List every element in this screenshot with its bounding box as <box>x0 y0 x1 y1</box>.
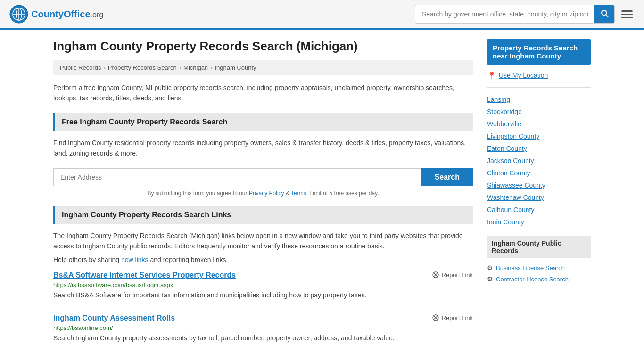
address-search-button[interactable]: Search <box>421 168 473 186</box>
links-help: Help others by sharing new links and rep… <box>53 256 473 263</box>
bsa-software-url: https://is.bsasoftware.com/bsa.is/Login.… <box>53 281 473 288</box>
free-search-description: Find Ingham County residential property … <box>53 138 473 159</box>
sidebar-contractor-license-search[interactable]: ⚙ Contractor License Search <box>487 273 591 285</box>
sidebar-item-stockbridge[interactable]: Stockbridge <box>487 106 591 118</box>
sidebar-item-clinton[interactable]: Clinton County <box>487 167 591 179</box>
logo-area: CountyOffice.org <box>9 5 103 24</box>
sidebar-item-eaton[interactable]: Eaton County <box>487 142 591 155</box>
use-location[interactable]: 📍 Use My Location <box>487 69 591 82</box>
breadcrumb-michigan[interactable]: Michigan <box>183 64 208 71</box>
bsa-software-desc: Search BS&A Software for important tax i… <box>53 290 473 300</box>
free-search-header: Free Ingham County Property Records Sear… <box>53 113 473 131</box>
links-description: The Ingham County Property Records Searc… <box>53 230 473 252</box>
header: CountyOffice.org <box>0 0 644 30</box>
assessment-rolls-desc: Search Ingham County property assessment… <box>53 333 473 343</box>
links-section-header: Ingham County Property Records Search Li… <box>53 206 473 224</box>
page-title: Ingham County Property Records Search (M… <box>53 39 473 54</box>
header-right <box>415 5 635 24</box>
sidebar-item-calhoun[interactable]: Calhoun County <box>487 204 591 216</box>
sidebar-item-livingston[interactable]: Livingston County <box>487 130 591 142</box>
sidebar-item-ionia[interactable]: Ionia County <box>487 216 591 228</box>
report-icon <box>432 271 439 279</box>
address-search-form: Search <box>53 168 473 186</box>
logo-icon <box>9 5 28 24</box>
use-my-location-link[interactable]: Use My Location <box>499 69 548 82</box>
sidebar-nearby-title: Property Records Search near Ingham Coun… <box>487 39 591 65</box>
breadcrumb-ingham-county: Ingham County <box>215 64 256 71</box>
gear-icon-2: ⚙ <box>487 275 493 283</box>
sidebar-item-washtenaw[interactable]: Washtenaw County <box>487 191 591 204</box>
sidebar-item-lansing[interactable]: Lansing <box>487 93 591 106</box>
report-link-0[interactable]: Report Link <box>432 271 473 279</box>
sidebar-business-license-search[interactable]: ⚙ Business License Search <box>487 262 591 273</box>
global-search-bar <box>415 5 615 24</box>
links-section: Ingham County Property Records Search Li… <box>53 206 473 351</box>
sidebar: Property Records Search near Ingham Coun… <box>487 39 591 357</box>
new-links-link[interactable]: new links <box>121 256 149 263</box>
privacy-policy-link[interactable]: Privacy Policy <box>249 190 284 197</box>
gear-icon-1: ⚙ <box>487 264 493 272</box>
menu-icon[interactable] <box>619 8 635 20</box>
bsa-software-link[interactable]: Bs&A Software Internet Services Property… <box>53 271 236 280</box>
sidebar-public-records-section: ⚙ Business License Search ⚙ Contractor L… <box>487 262 591 285</box>
assessment-rolls-link[interactable]: Ingham County Assessment Rolls <box>53 314 175 322</box>
sidebar-item-webberville[interactable]: Webberville <box>487 118 591 130</box>
logo-text: CountyOffice.org <box>31 9 103 20</box>
breadcrumb: Public Records › Property Records Search… <box>53 60 473 75</box>
svg-line-6 <box>606 15 608 16</box>
form-disclaimer: By submitting this form you agree to our… <box>53 190 473 197</box>
free-search-section: Free Ingham County Property Records Sear… <box>53 113 473 197</box>
location-pin-icon: 📍 <box>487 71 496 80</box>
list-item: Ingham County Assessment Rolls Report Li… <box>53 314 473 350</box>
page-description: Perform a free Ingham County, MI public … <box>53 82 473 104</box>
report-icon <box>432 314 439 321</box>
main-container: Ingham County Property Records Search (M… <box>44 30 600 362</box>
breadcrumb-property-records-search[interactable]: Property Records Search <box>108 64 177 71</box>
address-input[interactable] <box>53 168 421 186</box>
sidebar-item-jackson[interactable]: Jackson County <box>487 155 591 167</box>
sidebar-public-records-title: Ingham County Public Records <box>487 236 591 258</box>
content-area: Ingham County Property Records Search (M… <box>53 39 473 357</box>
assessment-rolls-url: https://bsaonline.com/ <box>53 324 473 331</box>
terms-link[interactable]: Terms <box>291 190 306 197</box>
list-item: Bs&A Software Internet Services Property… <box>53 271 473 307</box>
global-search-input[interactable] <box>415 7 594 22</box>
sidebar-item-shiawassee[interactable]: Shiawassee County <box>487 179 591 191</box>
breadcrumb-public-records[interactable]: Public Records <box>60 64 101 71</box>
report-link-1[interactable]: Report Link <box>432 314 473 321</box>
sidebar-nearby-section: 📍 Use My Location Lansing Stockbridge We… <box>487 69 591 228</box>
global-search-button[interactable] <box>594 5 614 23</box>
